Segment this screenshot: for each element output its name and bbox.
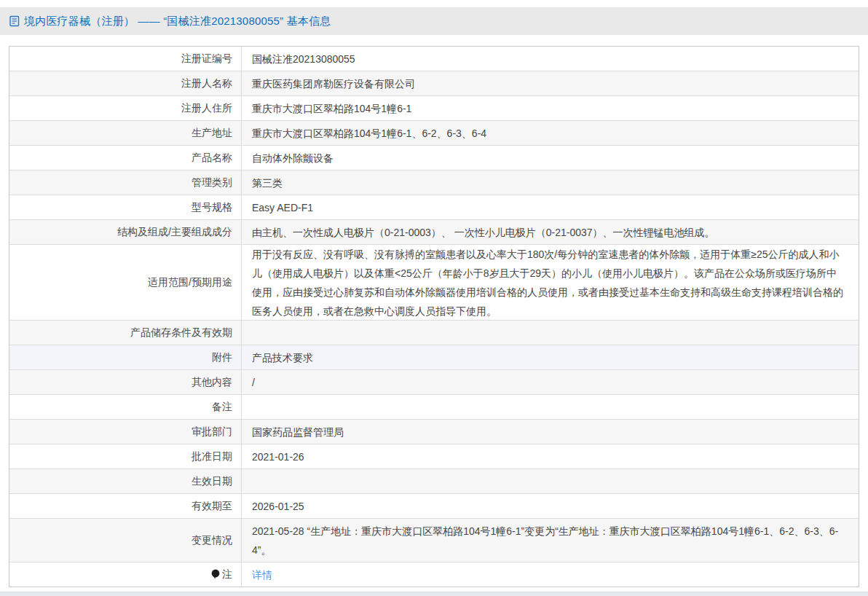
row-value: 用于没有反应、没有呼吸、没有脉搏的室颤患者以及心率大于180次/每分钟的室速患者… <box>242 245 859 320</box>
row-management-class: 管理类别 第三类 <box>9 170 859 195</box>
row-label: 产品名称 <box>9 146 242 170</box>
row-value: 2021-01-26 <box>242 444 859 468</box>
row-registrant-name: 注册人名称 重庆医药集团席勒医疗设备有限公司 <box>9 71 859 96</box>
page-title: 境内医疗器械（注册） —— “国械注准20213080055” 基本信息 <box>24 15 331 28</box>
row-label: 变更情况 <box>9 519 242 562</box>
row-label: 结构及组成/主要组成成分 <box>9 220 242 244</box>
row-value: 重庆市大渡口区翠柏路104号1幢6-1 <box>242 96 859 120</box>
row-product-name: 产品名称 自动体外除颤设备 <box>9 146 859 170</box>
row-structure-composition: 结构及组成/主要组成成分 由主机、一次性成人电极片（0-21-0003）、 一次… <box>9 220 859 245</box>
row-value: 由主机、一次性成人电极片（0-21-0003）、 一次性小儿电极片（0-21-0… <box>242 220 859 244</box>
row-registrant-address: 注册人住所 重庆市大渡口区翠柏路104号1幢6-1 <box>9 96 859 121</box>
row-label: 其他内容 <box>9 370 242 394</box>
row-value: 国家药品监督管理局 <box>242 420 859 444</box>
row-approval-department: 审批部门 国家药品监督管理局 <box>9 420 859 444</box>
row-attachment: 附件 产品技术要求 <box>9 345 859 370</box>
row-value: / <box>242 370 859 394</box>
row-label: 注册人名称 <box>9 71 242 95</box>
note-label: 注 <box>222 568 232 581</box>
row-label: 注 <box>9 562 242 587</box>
row-cert-number: 注册证编号 国械注准20213080055 <box>9 47 859 71</box>
row-change-history: 变更情况 2021-05-28 “生产地址：重庆市大渡口区翠柏路104号1幢6-… <box>9 519 859 562</box>
row-value: 产品技术要求 <box>242 345 859 369</box>
row-label: 备注 <box>9 395 242 419</box>
note-icon <box>211 569 220 580</box>
row-intended-use: 适用范围/预期用途 用于没有反应、没有呼吸、没有脉搏的室颤患者以及心率大于180… <box>9 245 859 321</box>
row-label: 产品储存条件及有效期 <box>9 321 242 345</box>
document-icon <box>9 15 20 27</box>
row-production-address: 生产地址 重庆市大渡口区翠柏路104号1幢6-1、6-2、6-3、6-4 <box>9 121 859 146</box>
row-label: 审批部门 <box>9 420 242 444</box>
row-expiry-date: 有效期至 2026-01-25 <box>9 494 859 519</box>
row-value: 2026-01-25 <box>242 494 859 518</box>
page: 境内医疗器械（注册） —— “国械注准20213080055” 基本信息 注册证… <box>0 0 868 596</box>
row-label: 管理类别 <box>9 170 242 195</box>
row-other-content: 其他内容 / <box>9 370 859 395</box>
row-remark: 备注 <box>9 395 859 420</box>
row-label: 有效期至 <box>9 494 242 518</box>
row-label: 型号规格 <box>9 195 242 219</box>
row-value: 国械注准20213080055 <box>242 47 859 71</box>
row-value <box>242 469 859 493</box>
details-link[interactable]: 详情 <box>252 565 272 584</box>
row-note: 注 详情 <box>9 562 859 587</box>
row-label: 注册人住所 <box>9 96 242 120</box>
footer-band <box>0 592 868 596</box>
page-header: 境内医疗器械（注册） —— “国械注准20213080055” 基本信息 <box>0 7 868 35</box>
row-label: 附件 <box>9 345 242 369</box>
row-value: 自动体外除颤设备 <box>242 146 859 170</box>
row-label: 生效日期 <box>9 469 242 493</box>
row-label: 批准日期 <box>9 444 242 468</box>
row-value: 重庆医药集团席勒医疗设备有限公司 <box>242 71 859 95</box>
row-approval-date: 批准日期 2021-01-26 <box>9 444 859 469</box>
info-table: 注册证编号 国械注准20213080055 注册人名称 重庆医药集团席勒医疗设备… <box>9 46 859 587</box>
row-label: 注册证编号 <box>9 47 242 71</box>
row-value: Easy AED-F1 <box>242 195 859 219</box>
row-model-spec: 型号规格 Easy AED-F1 <box>9 195 859 220</box>
row-label: 生产地址 <box>9 121 242 145</box>
row-value <box>242 321 859 345</box>
row-value: 重庆市大渡口区翠柏路104号1幢6-1、6-2、6-3、6-4 <box>242 121 859 145</box>
row-value <box>242 395 859 419</box>
row-value: 2021-05-28 “生产地址：重庆市大渡口区翠柏路104号1幢6-1”变更为… <box>242 519 859 562</box>
row-effective-date: 生效日期 <box>9 469 859 494</box>
row-storage-conditions: 产品储存条件及有效期 <box>9 321 859 345</box>
row-value: 详情 <box>242 562 859 587</box>
row-label: 适用范围/预期用途 <box>9 245 242 320</box>
row-value: 第三类 <box>242 170 859 195</box>
